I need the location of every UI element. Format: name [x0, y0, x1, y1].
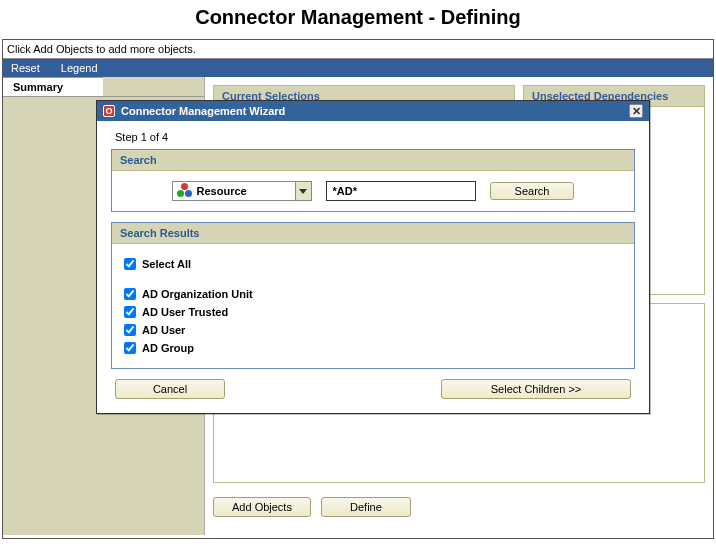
- wizard-modal: O Connector Management Wizard ✕ Step 1 o…: [96, 100, 650, 414]
- modal-title-text: Connector Management Wizard: [121, 105, 285, 117]
- result-checkbox[interactable]: [124, 342, 136, 354]
- result-label: AD Organization Unit: [142, 288, 253, 300]
- define-button[interactable]: Define: [321, 497, 411, 517]
- cancel-button[interactable]: Cancel: [115, 379, 225, 399]
- step-label: Step 1 of 4: [115, 131, 635, 143]
- chevron-down-icon[interactable]: [295, 182, 311, 200]
- result-label: AD Group: [142, 342, 194, 354]
- oracle-icon: O: [103, 105, 115, 117]
- list-item[interactable]: AD User: [124, 324, 622, 336]
- select-children-button[interactable]: Select Children >>: [441, 379, 631, 399]
- search-input[interactable]: [326, 181, 476, 201]
- result-label: AD User: [142, 324, 185, 336]
- result-label: AD User Trusted: [142, 306, 228, 318]
- list-item[interactable]: AD Organization Unit: [124, 288, 622, 300]
- resource-type-value: Resource: [197, 185, 295, 197]
- nav-reset[interactable]: Reset: [11, 62, 40, 74]
- add-objects-button[interactable]: Add Objects: [213, 497, 311, 517]
- select-all-checkbox[interactable]: [124, 258, 136, 270]
- page-title: Connector Management - Defining: [0, 0, 716, 39]
- result-checkbox[interactable]: [124, 324, 136, 336]
- search-section-header: Search: [112, 150, 634, 171]
- resource-type-combo[interactable]: Resource: [172, 181, 312, 201]
- results-section-header: Search Results: [112, 223, 634, 244]
- nav-legend[interactable]: Legend: [61, 62, 98, 74]
- results-section: Search Results Select All AD Organizatio…: [111, 222, 635, 369]
- bottom-button-row: Add Objects Define: [213, 491, 705, 517]
- sidebar-tab-summary[interactable]: Summary: [3, 77, 103, 97]
- list-item[interactable]: AD User Trusted: [124, 306, 622, 318]
- result-checkbox[interactable]: [124, 288, 136, 300]
- modal-titlebar[interactable]: O Connector Management Wizard ✕: [97, 101, 649, 121]
- resource-icon: [177, 183, 193, 199]
- result-checkbox[interactable]: [124, 306, 136, 318]
- hint-bar: Click Add Objects to add more objects.: [3, 40, 713, 59]
- close-icon[interactable]: ✕: [629, 104, 643, 118]
- nav-bar: Reset Legend: [3, 59, 713, 77]
- search-section: Search Resource Search: [111, 149, 635, 212]
- list-item[interactable]: AD Group: [124, 342, 622, 354]
- select-all-label: Select All: [142, 258, 191, 270]
- search-button[interactable]: Search: [490, 182, 575, 200]
- select-all-row[interactable]: Select All: [124, 258, 622, 270]
